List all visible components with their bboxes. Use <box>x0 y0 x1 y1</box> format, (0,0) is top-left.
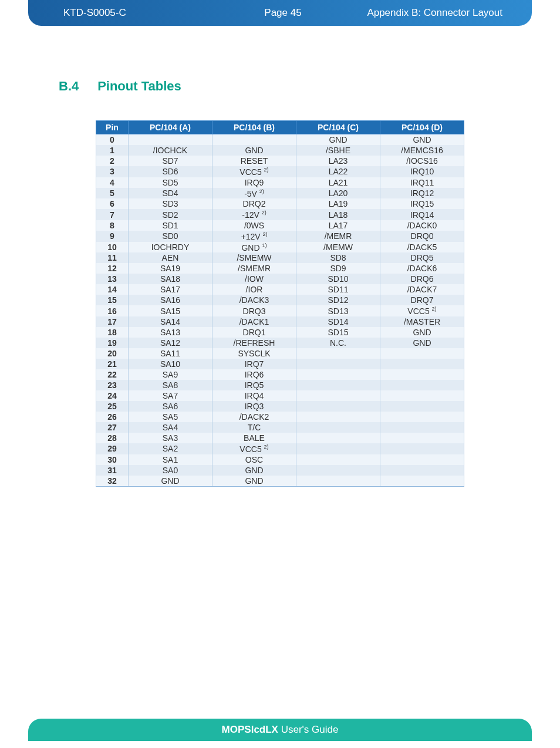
cell-b: -12V 2) <box>212 209 296 220</box>
cell-a: SA0 <box>129 465 212 476</box>
cell-c <box>296 412 380 422</box>
pinout-table: Pin PC/104 (A) PC/104 (B) PC/104 (C) PC/… <box>96 120 464 487</box>
cell-b: IRQ4 <box>212 390 296 401</box>
th-col-b: PC/104 (B) <box>212 121 296 134</box>
table-row: 4SD5IRQ9LA21IRQ11 <box>96 177 464 188</box>
cell-a: SA7 <box>129 390 212 401</box>
cell-b: DRQ1 <box>212 327 296 338</box>
cell-a: SA19 <box>129 263 212 274</box>
cell-d <box>380 401 464 412</box>
cell-d <box>380 359 464 369</box>
cell-c <box>296 401 380 412</box>
cell-d <box>380 454 464 465</box>
cell-a: SA10 <box>129 359 212 369</box>
table-row: 0GNDGND <box>96 134 464 146</box>
cell-a: SA16 <box>129 295 212 305</box>
cell-d <box>380 422 464 433</box>
table-row: 9SD0+12V 2)/MEMRDRQ0 <box>96 231 464 242</box>
th-col-a: PC/104 (A) <box>129 121 212 134</box>
cell-pin: 13 <box>96 274 129 284</box>
table-row: 23SA8IRQ5 <box>96 380 464 390</box>
cell-c: SD12 <box>296 295 380 305</box>
cell-d: GND <box>380 134 464 146</box>
cell-pin: 30 <box>96 454 129 465</box>
cell-pin: 20 <box>96 348 129 359</box>
cell-b: GND 1) <box>212 242 296 253</box>
cell-pin: 18 <box>96 327 129 338</box>
cell-a: SA5 <box>129 412 212 422</box>
section-number: B.4 <box>59 79 94 94</box>
table-row: 27SA4T/C <box>96 422 464 433</box>
cell-pin: 7 <box>96 209 129 220</box>
cell-b <box>212 134 296 146</box>
cell-a: /IOCHCK <box>129 145 212 156</box>
cell-a: SA4 <box>129 422 212 433</box>
cell-pin: 29 <box>96 443 129 454</box>
cell-pin: 12 <box>96 263 129 274</box>
cell-b: GND <box>212 465 296 476</box>
cell-d: VCC5 2) <box>380 305 464 316</box>
cell-b: -5V 2) <box>212 188 296 199</box>
cell-pin: 23 <box>96 380 129 390</box>
cell-c: SD15 <box>296 327 380 338</box>
cell-b: IRQ5 <box>212 380 296 390</box>
cell-pin: 32 <box>96 476 129 487</box>
cell-a: SA3 <box>129 433 212 443</box>
table-row: 15SA16/DACK3SD12DRQ7 <box>96 295 464 305</box>
cell-d: /MEMCS16 <box>380 145 464 156</box>
cell-c <box>296 348 380 359</box>
table-row: 3SD6VCC5 2)LA22IRQ10 <box>96 166 464 177</box>
cell-c <box>296 454 380 465</box>
th-pin: Pin <box>96 121 129 134</box>
cell-a: SA14 <box>129 316 212 327</box>
cell-d: /DACK7 <box>380 284 464 295</box>
cell-d: DRQ6 <box>380 274 464 284</box>
cell-a: SA13 <box>129 327 212 338</box>
table-row: 24SA7IRQ4 <box>96 390 464 401</box>
cell-c <box>296 433 380 443</box>
cell-d: /IOCS16 <box>380 156 464 166</box>
cell-pin: 24 <box>96 390 129 401</box>
cell-c: SD10 <box>296 274 380 284</box>
cell-pin: 27 <box>96 422 129 433</box>
cell-pin: 5 <box>96 188 129 199</box>
doc-id: KTD-S0005-C <box>63 7 210 19</box>
cell-b: VCC5 2) <box>212 443 296 454</box>
cell-c: SD8 <box>296 252 380 263</box>
cell-a: SA6 <box>129 401 212 412</box>
cell-b: BALE <box>212 433 296 443</box>
cell-a: SA11 <box>129 348 212 359</box>
table-row: 8SD1/0WSLA17/DACK0 <box>96 220 464 231</box>
cell-c: LA18 <box>296 209 380 220</box>
cell-a: SD7 <box>129 156 212 166</box>
cell-a: SA8 <box>129 380 212 390</box>
cell-c: /MEMW <box>296 242 380 253</box>
cell-d <box>380 390 464 401</box>
cell-pin: 31 <box>96 465 129 476</box>
cell-b: DRQ2 <box>212 198 296 209</box>
cell-b: RESET <box>212 156 296 166</box>
cell-a: SA17 <box>129 284 212 295</box>
cell-a: SD3 <box>129 198 212 209</box>
cell-b: /0WS <box>212 220 296 231</box>
table-row: 31SA0GND <box>96 465 464 476</box>
cell-d: DRQ7 <box>380 295 464 305</box>
table-row: 30SA1OSC <box>96 454 464 465</box>
cell-b: IRQ3 <box>212 401 296 412</box>
cell-b: OSC <box>212 454 296 465</box>
cell-b: GND <box>212 476 296 487</box>
cell-a: SA1 <box>129 454 212 465</box>
table-row: 10IOCHRDYGND 1)/MEMW/DACK5 <box>96 242 464 253</box>
cell-c: LA17 <box>296 220 380 231</box>
table-row: 13SA18/IOWSD10DRQ6 <box>96 274 464 284</box>
cell-pin: 25 <box>96 401 129 412</box>
cell-b: IRQ6 <box>212 369 296 380</box>
appendix-title: Appendix B: Connector Layout <box>356 7 502 19</box>
cell-d: GND <box>380 338 464 348</box>
cell-d: IRQ10 <box>380 166 464 177</box>
cell-c: LA23 <box>296 156 380 166</box>
cell-a: SA9 <box>129 369 212 380</box>
cell-d <box>380 369 464 380</box>
cell-c: SD9 <box>296 263 380 274</box>
cell-pin: 8 <box>96 220 129 231</box>
